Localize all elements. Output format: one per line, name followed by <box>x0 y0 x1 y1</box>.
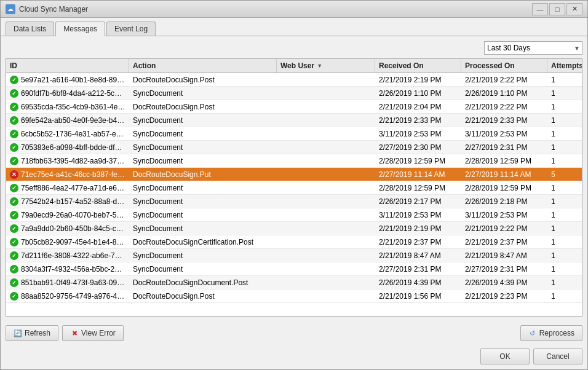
cell-id: ✓ 69fe542a-ab50-4e0f-9e3e-b4ea5e5c85f8 <box>6 115 129 126</box>
table-row[interactable]: ✓ 851bab91-0f49-473f-9a63-09479b24d48a D… <box>6 276 582 289</box>
success-icon: ✓ <box>10 116 18 125</box>
reprocess-icon: ↺ <box>528 329 537 337</box>
close-button[interactable]: ✕ <box>566 3 582 15</box>
cell-action: DocRouteDocuSign.Post <box>129 101 277 112</box>
table-row[interactable]: ✓ 690fdf7b-6bf8-4da4-a212-5cb35217074b S… <box>6 87 582 100</box>
table-row[interactable]: ✓ 75eff886-4ea2-477e-a71d-e6a8d37e5b38 S… <box>6 181 582 195</box>
cell-attempts: 1 <box>547 237 582 248</box>
filter-wrapper: Last 30 Days Last 7 Days Last 60 Days Al… <box>484 41 582 55</box>
cell-attempts: 1 <box>547 196 582 207</box>
cell-webuser <box>277 268 375 270</box>
success-icon: ✓ <box>10 143 18 152</box>
cell-processed: 2/26/2019 1:10 PM <box>461 88 547 99</box>
cell-webuser <box>277 173 375 176</box>
table-row[interactable]: ✓ 88aa8520-9756-4749-a976-4988d9fe69a4 D… <box>6 289 582 303</box>
cell-processed: 2/27/2019 2:31 PM <box>461 264 547 275</box>
reprocess-button[interactable]: ↺ Reprocess <box>520 325 582 341</box>
tab-messages[interactable]: Messages <box>55 22 105 36</box>
main-window: ☁ Cloud Sync Manager — □ ✕ Data Lists Me… <box>0 0 588 370</box>
table-row[interactable]: ✓ 705383e6-a098-4bff-bdde-df4b17b2bfd5 S… <box>6 141 582 154</box>
error-status-icon: ✕ <box>10 170 18 179</box>
cell-action: SyncDocument <box>129 210 277 221</box>
success-icon: ✓ <box>10 211 18 219</box>
cell-attempts: 1 <box>547 155 582 167</box>
window-title: Cloud Sync Manager <box>19 5 532 14</box>
cell-webuser <box>277 295 375 297</box>
cell-attempts: 1 <box>547 210 582 221</box>
app-icon: ☁ <box>6 4 15 14</box>
cell-action: SyncDocument <box>129 115 277 126</box>
filter-dropdown[interactable]: Last 30 Days Last 7 Days Last 60 Days Al… <box>484 41 582 55</box>
cell-processed: 2/21/2019 8:47 AM <box>461 250 547 261</box>
cell-action: SyncDocument <box>129 196 277 207</box>
tabs-bar: Data Lists Messages Event Log <box>1 18 587 36</box>
cell-id: ✓ 6cbc5b52-1736-4e31-ab57-e546246a9ced <box>6 128 129 140</box>
table-row[interactable]: ✓ 7a9a9dd0-2b60-450b-84c5-cccc03efc080 S… <box>6 222 582 235</box>
table-row[interactable]: ✕ 71ec75e4-a41c-46cc-b387-fedc379cedd3 D… <box>6 168 582 181</box>
cell-webuser <box>277 146 375 149</box>
cell-action: DocRouteDocuSign.Post <box>129 74 277 85</box>
table-row[interactable]: ✓ 7b05cb82-9097-45e4-b1e4-878f8f626db1 D… <box>6 235 582 249</box>
cell-received: 2/27/2019 2:31 PM <box>375 264 461 275</box>
cell-attempts: 1 <box>547 223 582 234</box>
cell-webuser <box>277 92 375 95</box>
refresh-button[interactable]: 🔄 Refresh <box>6 325 58 341</box>
table-row[interactable]: ✓ 69fe542a-ab50-4e0f-9e3e-b4ea5e5c85f8 S… <box>6 114 582 127</box>
cell-id: ✓ 705383e6-a098-4bff-bdde-df4b17b2bfd5 <box>6 142 129 153</box>
cell-action: SyncDocument <box>129 88 277 99</box>
minimize-button[interactable]: — <box>532 3 548 15</box>
cell-action: SyncDocument <box>129 155 277 167</box>
cell-id: ✓ 718fbb63-f395-4d82-aa9d-37221070adb2 <box>6 155 129 167</box>
cell-attempts: 1 <box>547 128 582 140</box>
cell-action: SyncDocument <box>129 142 277 153</box>
tab-data-lists[interactable]: Data Lists <box>6 22 54 36</box>
cancel-button[interactable]: Cancel <box>533 348 582 364</box>
refresh-icon: 🔄 <box>14 329 22 337</box>
bottom-right-buttons: ↺ Reprocess <box>520 325 582 341</box>
messages-table: ID Action Web User ▼ Received On Process… <box>6 58 582 317</box>
cell-id: ✕ 71ec75e4-a41c-46cc-b387-fedc379cedd3 <box>6 169 129 180</box>
cell-id: ✓ 79a0ecd9-26a0-4070-beb7-57182b2588f1 <box>6 210 129 221</box>
table-header: ID Action Web User ▼ Received On Process… <box>6 59 582 73</box>
cell-id: ✓ 7d211f6e-3808-4322-ab6e-76ad529e3a89 <box>6 250 129 261</box>
table-row[interactable]: ✓ 79a0ecd9-26a0-4070-beb7-57182b2588f1 S… <box>6 208 582 222</box>
cell-action: SyncDocument <box>129 223 277 234</box>
cell-processed: 3/11/2019 2:53 PM <box>461 128 547 140</box>
success-icon: ✓ <box>10 265 18 274</box>
cell-received: 2/28/2019 12:59 PM <box>375 183 461 194</box>
table-row[interactable]: ✓ 718fbb63-f395-4d82-aa9d-37221070adb2 S… <box>6 154 582 168</box>
table-row[interactable]: ✓ 8304a3f7-4932-456a-b5bc-24908cfc692d S… <box>6 262 582 276</box>
ok-button[interactable]: OK <box>480 348 530 364</box>
cell-attempts: 1 <box>547 101 582 112</box>
maximize-button[interactable]: □ <box>549 3 565 15</box>
cell-id: ✓ 75eff886-4ea2-477e-a71d-e6a8d37e5b38 <box>6 183 129 194</box>
cell-webuser <box>277 281 375 284</box>
success-icon: ✓ <box>10 157 18 165</box>
cell-attempts: 1 <box>547 291 582 302</box>
cell-received: 2/21/2019 1:56 PM <box>375 291 461 302</box>
cell-received: 2/26/2019 2:17 PM <box>375 196 461 207</box>
window-controls: — □ ✕ <box>532 3 582 15</box>
table-row[interactable]: ✓ 77542b24-b157-4a52-88a8-df778fcf7aed S… <box>6 195 582 208</box>
cell-action: SyncDocument <box>129 250 277 261</box>
cell-id: ✓ 69535cda-f35c-4cb9-b361-4e17cbcefe68 <box>6 101 129 112</box>
cell-action: DocRouteDocuSign.Put <box>129 169 277 180</box>
cell-received: 2/21/2019 2:19 PM <box>375 223 461 234</box>
error-icon: ✖ <box>70 329 79 337</box>
table-row[interactable]: ✓ 69535cda-f35c-4cb9-b361-4e17cbcefe68 D… <box>6 100 582 114</box>
cell-action: DocRouteDocuSignCertification.Post <box>129 237 277 248</box>
cell-webuser <box>277 160 375 162</box>
table-body: ✓ 5e97a21-a616-40b1-8e8d-892abdc679fb Do… <box>6 73 582 316</box>
table-row[interactable]: ✓ 7d211f6e-3808-4322-ab6e-76ad529e3a89 S… <box>6 249 582 262</box>
table-row[interactable]: ✓ 6cbc5b52-1736-4e31-ab57-e546246a9ced S… <box>6 127 582 141</box>
cell-processed: 2/27/2019 11:14 AM <box>461 169 547 180</box>
cell-action: DocRouteDocuSign.Post <box>129 291 277 302</box>
cell-received: 2/21/2019 2:33 PM <box>375 115 461 126</box>
cell-processed: 2/21/2019 2:33 PM <box>461 115 547 126</box>
cell-received: 2/26/2019 4:39 PM <box>375 277 461 288</box>
cell-webuser <box>277 227 375 230</box>
col-header-attempts: Attempts <box>547 59 582 73</box>
view-error-button[interactable]: ✖ View Error <box>62 325 124 341</box>
table-row[interactable]: ✓ 5e97a21-a616-40b1-8e8d-892abdc679fb Do… <box>6 73 582 87</box>
tab-event-log[interactable]: Event Log <box>106 22 156 36</box>
